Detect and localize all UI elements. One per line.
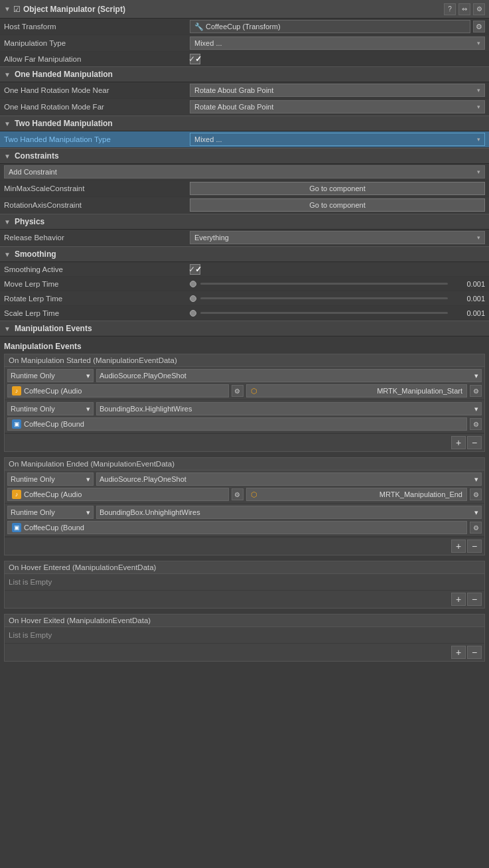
allow-far-manipulation-checkbox[interactable]: ✓ xyxy=(190,54,200,64)
ended-func-text-0: AudioSource.PlayOneShot xyxy=(100,475,186,483)
manipulation-ended-remove[interactable]: − xyxy=(467,540,482,553)
manipulation-started-entry-0: Runtime Only ▾ AudioSource.PlayOneShot ▾… xyxy=(5,367,484,400)
host-transform-gear[interactable]: ⚙ xyxy=(473,21,485,33)
move-lerp-slider-track[interactable] xyxy=(200,283,448,285)
rotation-go-button[interactable]: Go to component xyxy=(190,198,485,212)
physics-arrow[interactable]: ▼ xyxy=(4,218,11,226)
smoothing-active-checkbox[interactable]: ✓ xyxy=(190,264,200,275)
ended-obj-gear-0[interactable]: ⚙ xyxy=(232,488,244,500)
hover-entered-header: On Hover Entered (ManipulationEventData) xyxy=(5,561,484,574)
one-hand-near-arrow: ▾ xyxy=(477,87,480,94)
one-hand-far-dropdown[interactable]: Rotate About Grab Point ▾ xyxy=(190,100,485,113)
collapse-arrow[interactable]: ▼ xyxy=(4,5,11,13)
add-constraint-dropdown[interactable]: Add Constraint ▾ xyxy=(4,165,485,179)
manipulation-started-runtime-1[interactable]: Runtime Only ▾ xyxy=(7,402,94,415)
minmax-go-button[interactable]: Go to component xyxy=(190,182,485,195)
manipulation-started-func-0[interactable]: AudioSource.PlayOneShot ▾ xyxy=(96,369,482,382)
manipulation-started-add[interactable]: + xyxy=(451,436,466,449)
hover-entered-controls: + − xyxy=(5,590,484,608)
manipulation-started-obj-row-0: ♪ CoffeeCup (Audio ⚙ ⬡ MRTK_Manipulation… xyxy=(7,384,482,398)
manipulation-started-runtime-0[interactable]: Runtime Only ▾ xyxy=(7,369,94,382)
two-handed-type-arrow: ▾ xyxy=(477,136,480,143)
ended-obj-gear-1[interactable]: ⚙ xyxy=(470,522,482,534)
swap-button[interactable]: ⇔ xyxy=(458,3,470,15)
one-hand-near-row: One Hand Rotation Mode Near Rotate About… xyxy=(0,82,489,99)
two-handed-type-dropdown[interactable]: Mixed ... ▾ xyxy=(190,133,485,146)
smoothing-label: Smoothing xyxy=(15,250,56,259)
manipulation-type-dropdown[interactable]: Mixed ... ▾ xyxy=(190,36,485,50)
manipulation-ended-runtime-0[interactable]: Runtime Only ▾ xyxy=(7,472,94,486)
ended-runtime-text-1: Runtime Only xyxy=(11,508,55,516)
manipulation-started-obj-1[interactable]: ▣ CoffeeCup (Bound xyxy=(7,417,467,431)
hover-entered-block: On Hover Entered (ManipulationEventData)… xyxy=(4,561,485,609)
rotate-lerp-row: Rotate Lerp Time 0.001 xyxy=(0,291,489,306)
obj-text-1: CoffeeCup (Bound xyxy=(24,420,84,428)
smoothing-active-value: ✓ xyxy=(190,264,485,275)
host-transform-dropdown[interactable]: 🔧 CoffeeCup (Transform) xyxy=(190,20,470,33)
move-lerp-slider-container: 0.001 xyxy=(190,280,485,288)
hover-entered-remove[interactable]: − xyxy=(467,593,482,606)
manipulation-ended-method-0[interactable]: ⬡ MRTK_Manipulation_End xyxy=(246,488,468,501)
func-arrow-0: ▾ xyxy=(474,372,478,380)
ended-method-text-0: MRTK_Manipulation_End xyxy=(380,490,462,498)
obj-icon-1: ▣ xyxy=(12,419,21,429)
manipulation-started-remove[interactable]: − xyxy=(467,436,482,449)
add-constraint-value: Add Constraint ▾ xyxy=(4,165,485,179)
manipulation-ended-add[interactable]: + xyxy=(451,540,466,553)
manipulation-started-method-0[interactable]: ⬡ MRTK_Manipulation_Start xyxy=(246,384,468,398)
manipulation-ended-runtime-1[interactable]: Runtime Only ▾ xyxy=(7,506,94,519)
allow-far-manipulation-value: ✓ xyxy=(190,54,485,64)
manipulation-ended-func-0[interactable]: AudioSource.PlayOneShot ▾ xyxy=(96,472,482,486)
settings-button[interactable]: ⚙ xyxy=(473,3,485,15)
manipulation-ended-obj-1[interactable]: ▣ CoffeeCup (Bound xyxy=(7,521,467,534)
manipulation-started-obj-0[interactable]: ♪ CoffeeCup (Audio xyxy=(7,384,229,398)
manipulation-type-arrow: ▾ xyxy=(477,40,480,46)
obj-gear-1[interactable]: ⚙ xyxy=(470,418,482,430)
help-button[interactable]: ? xyxy=(444,3,456,15)
method-gear-0[interactable]: ⚙ xyxy=(470,385,482,397)
scale-lerp-slider-container: 0.001 xyxy=(190,309,485,317)
ended-obj-text-1: CoffeeCup (Bound xyxy=(24,524,84,532)
two-handed-arrow[interactable]: ▼ xyxy=(4,120,11,127)
move-lerp-row: Move Lerp Time 0.001 xyxy=(0,277,489,291)
rotation-constraint-row: RotationAxisConstraint Go to component xyxy=(0,197,489,214)
ended-func-text-1: BoundingBox.UnhighlightWires xyxy=(100,508,200,516)
hover-exited-remove[interactable]: − xyxy=(467,646,482,659)
one-handed-arrow[interactable]: ▼ xyxy=(4,71,11,78)
one-hand-near-dropdown[interactable]: Rotate About Grab Point ▾ xyxy=(190,84,485,97)
func-arrow-1: ▾ xyxy=(474,405,478,413)
checkbox-check: ✓ xyxy=(188,54,195,64)
smoothing-active-row: Smoothing Active ✓ xyxy=(0,262,489,277)
constraints-label: Constraints xyxy=(15,151,59,161)
one-hand-far-label: One Hand Rotation Mode Far xyxy=(4,103,190,111)
allow-far-manipulation-row: Allow Far Manipulation ✓ xyxy=(0,52,489,66)
two-handed-type-label: Two Handed Manipulation Type xyxy=(4,135,190,143)
manipulation-started-controls: + − xyxy=(5,433,484,451)
physics-label: Physics xyxy=(15,217,44,226)
manipulation-events-arrow[interactable]: ▼ xyxy=(4,325,11,332)
manipulation-ended-row-1-top: Runtime Only ▾ BoundingBox.UnhighlightWi… xyxy=(7,506,482,519)
manipulation-ended-func-1[interactable]: BoundingBox.UnhighlightWires ▾ xyxy=(96,506,482,519)
constraints-section: ▼ Constraints xyxy=(0,148,489,164)
hover-exited-add[interactable]: + xyxy=(451,646,466,659)
one-handed-label: One Handed Manipulation xyxy=(15,70,113,79)
one-hand-near-text: Rotate About Grab Point xyxy=(194,86,273,94)
scale-lerp-row: Scale Lerp Time 0.001 xyxy=(0,306,489,321)
obj-gear-0[interactable]: ⚙ xyxy=(232,385,244,397)
hover-entered-add[interactable]: + xyxy=(451,593,466,606)
scale-lerp-slider-track[interactable] xyxy=(200,312,448,314)
manipulation-ended-obj-0[interactable]: ♪ CoffeeCup (Audio xyxy=(7,488,229,501)
runtime-arrow-1: ▾ xyxy=(86,405,90,413)
constraints-arrow[interactable]: ▼ xyxy=(4,153,11,160)
one-handed-section: ▼ One Handed Manipulation xyxy=(0,66,489,82)
smoothing-arrow[interactable]: ▼ xyxy=(4,251,11,258)
rotate-lerp-slider-track[interactable] xyxy=(200,297,448,299)
manipulation-started-func-1[interactable]: BoundingBox.HighlightWires ▾ xyxy=(96,402,482,415)
ended-method-gear-0[interactable]: ⚙ xyxy=(470,488,482,500)
one-hand-far-value: Rotate About Grab Point ▾ xyxy=(190,100,485,113)
manipulation-started-entry-1: Runtime Only ▾ BoundingBox.HighlightWire… xyxy=(5,400,484,433)
add-constraint-arrow: ▾ xyxy=(477,169,480,175)
host-transform-name: CoffeeCup (Transform) xyxy=(206,23,280,31)
release-behavior-dropdown[interactable]: Everything ▾ xyxy=(190,231,485,244)
rotate-lerp-slider-dot xyxy=(190,295,196,302)
